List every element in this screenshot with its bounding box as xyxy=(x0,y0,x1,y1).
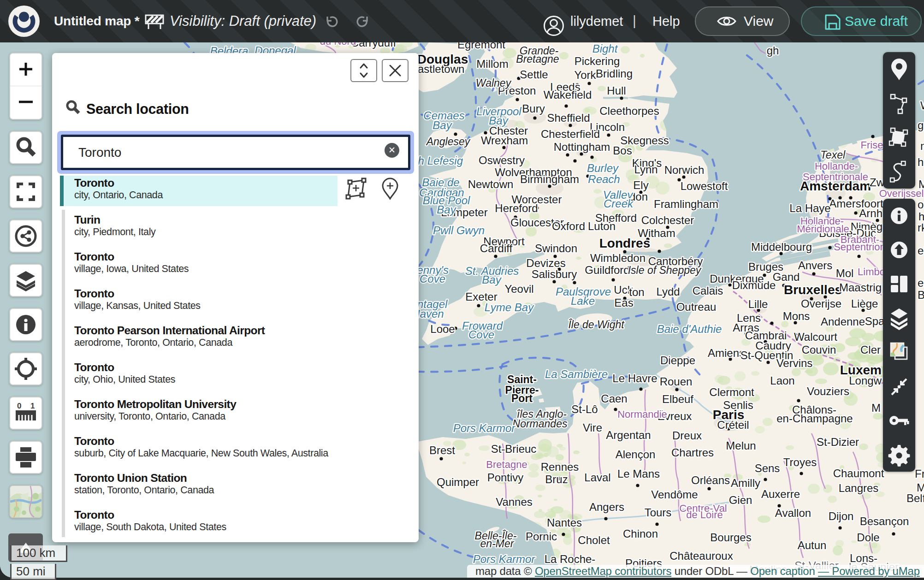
svg-text:Salisbury: Salisbury xyxy=(532,268,577,280)
svg-text:Laval: Laval xyxy=(584,471,610,484)
svg-text:Argentan: Argentan xyxy=(606,429,651,441)
svg-text:Colchester: Colchester xyxy=(641,214,694,226)
svg-text:Rouen: Rouen xyxy=(660,375,693,388)
svg-text:Pors Karmor: Pors Karmor xyxy=(473,553,536,565)
svg-text:Dijon: Dijon xyxy=(829,510,854,522)
svg-text:Rennes: Rennes xyxy=(541,461,579,473)
svg-text:Troyes: Troyes xyxy=(783,456,817,468)
svg-text:th Lefesig: th Lefesig xyxy=(415,154,463,167)
svg-text:Normandie: Normandie xyxy=(617,408,667,420)
svg-text:Port: Port xyxy=(511,392,533,404)
svg-text:Calais: Calais xyxy=(693,284,723,297)
svg-text:Devizes: Devizes xyxy=(526,257,565,269)
svg-text:Bury: Bury xyxy=(522,102,545,115)
svg-text:Alençon: Alençon xyxy=(616,448,656,461)
svg-text:Belfo: Belfo xyxy=(906,492,924,504)
svg-text:Wo: Wo xyxy=(920,99,924,112)
svg-text:Vendôme: Vendôme xyxy=(651,488,698,501)
svg-text:Hull: Hull xyxy=(607,84,626,97)
svg-text:Bos: Bos xyxy=(613,144,632,157)
svg-text:Chaumont: Chaumont xyxy=(833,467,884,479)
svg-text:Avallon: Avallon xyxy=(775,507,811,519)
svg-text:Longw: Longw xyxy=(849,374,882,387)
svg-text:Orléans: Orléans xyxy=(691,474,730,486)
svg-text:Île de Wight: Île de Wight xyxy=(568,319,625,331)
svg-text:Anglesey: Anglesey xyxy=(426,136,471,148)
svg-text:Bay: Bay xyxy=(432,119,452,131)
svg-text:Sheffield: Sheffield xyxy=(547,112,590,124)
svg-text:Vervins: Vervins xyxy=(776,357,813,369)
svg-text:Dreux: Dreux xyxy=(672,429,702,442)
svg-text:La Sambière: La Sambière xyxy=(545,368,608,380)
svg-text:Maastrig: Maastrig xyxy=(839,281,882,294)
svg-text:Brest: Brest xyxy=(429,444,455,456)
svg-text:Eas: Eas xyxy=(614,296,633,309)
svg-text:Norwich: Norwich xyxy=(664,164,705,176)
svg-text:Le Havre: Le Havre xyxy=(612,372,657,385)
svg-text:Burley: Burley xyxy=(587,162,619,174)
svg-text:Yeovil: Yeovil xyxy=(504,283,533,295)
svg-text:Bruxelles: Bruxelles xyxy=(784,283,842,297)
svg-text:La Haye: La Haye xyxy=(789,202,830,214)
svg-text:Baie d'Authie: Baie d'Authie xyxy=(657,323,722,335)
svg-text:rke: rke xyxy=(918,221,924,234)
svg-text:Caen: Caen xyxy=(601,392,627,405)
svg-text:Hollande-: Hollande- xyxy=(815,160,858,172)
svg-text:Lydd: Lydd xyxy=(656,285,680,298)
svg-text:Newtown: Newtown xyxy=(468,178,514,190)
svg-text:Cler: Cler xyxy=(860,343,881,356)
svg-text:Gien: Gien xyxy=(729,494,752,506)
svg-text:Mol: Mol xyxy=(836,267,854,279)
svg-text:St-Dizier: St-Dizier xyxy=(817,436,859,448)
svg-text:York: York xyxy=(574,69,596,81)
svg-text:Bretagne: Bretagne xyxy=(516,53,559,65)
svg-text:ha: ha xyxy=(918,210,924,223)
svg-text:Angers: Angers xyxy=(589,501,624,513)
svg-text:Amiens: Amiens xyxy=(708,347,745,359)
svg-text:Oxford: Oxford xyxy=(552,220,585,232)
svg-text:Cleethorpes: Cleethorpes xyxy=(599,105,659,117)
svg-text:Isle of Sheppey: Isle of Sheppey xyxy=(628,264,702,276)
svg-text:Mons: Mons xyxy=(783,310,810,322)
svg-text:Châteauroux: Châteauroux xyxy=(669,550,733,562)
svg-text:Middelbourg: Middelbourg xyxy=(751,241,812,253)
svg-text:Nantes: Nantes xyxy=(547,516,582,529)
svg-text:Auxerre: Auxerre xyxy=(761,488,800,500)
svg-text:Besançon: Besançon xyxy=(860,515,909,527)
svg-text:Bruz: Bruz xyxy=(545,473,568,485)
svg-text:Liège: Liège xyxy=(851,297,878,310)
svg-text:Ely: Ely xyxy=(633,179,648,191)
svg-text:Vire: Vire xyxy=(583,421,602,434)
svg-text:0: 0 xyxy=(17,402,21,410)
svg-text:Chinon: Chinon xyxy=(623,527,658,540)
svg-text:Méridionale: Méridionale xyxy=(797,223,849,235)
svg-text:Walney: Walney xyxy=(476,77,512,89)
svg-text:Chartres: Chartres xyxy=(671,446,714,459)
svg-text:eld: eld xyxy=(918,244,924,257)
svg-text:Clermont: Clermont xyxy=(709,386,754,398)
svg-text:Lowestoft: Lowestoft xyxy=(681,180,728,192)
svg-text:astletown: astletown xyxy=(418,63,464,75)
svg-text:St-Lô: St-Lô xyxy=(571,403,598,415)
svg-text:Chesterfield: Chesterfield xyxy=(541,128,600,140)
svg-text:Dixmude: Dixmude xyxy=(732,279,776,291)
svg-text:Walcourt: Walcourt xyxy=(794,331,837,343)
svg-text:St-Brieuc: St-Brieuc xyxy=(491,443,537,455)
svg-text:Zw: Zw xyxy=(870,176,885,189)
svg-text:Dole: Dole xyxy=(857,531,879,544)
svg-text:Sens: Sens xyxy=(755,462,780,474)
svg-text:Tours: Tours xyxy=(645,506,672,519)
svg-text:de Loire: de Loire xyxy=(686,509,723,521)
svg-text:Cardiff: Cardiff xyxy=(480,242,513,254)
svg-text:Luton: Luton xyxy=(588,220,616,232)
svg-text:du Nord: du Nord xyxy=(320,42,356,47)
svg-text:Swindon: Swindon xyxy=(535,242,577,254)
svg-text:erl: erl xyxy=(918,277,924,289)
svg-text:Reach: Reach xyxy=(588,173,620,185)
svg-text:Nottingham: Nottingham xyxy=(554,141,610,153)
svg-text:Oswestry: Oswestry xyxy=(479,154,525,166)
svg-text:Amsterdam: Amsterdam xyxy=(800,179,871,193)
svg-text:Spa: Spa xyxy=(865,315,885,327)
svg-text:M: M xyxy=(871,402,881,414)
svg-text:Lille: Lille xyxy=(748,298,768,310)
